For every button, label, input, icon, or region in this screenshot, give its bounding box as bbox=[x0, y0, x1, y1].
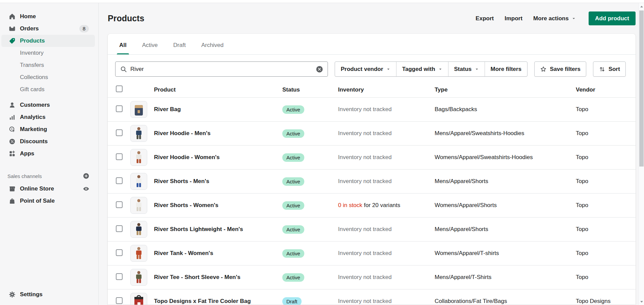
row-checkbox[interactable] bbox=[116, 201, 123, 208]
status-badge: Active bbox=[282, 105, 304, 114]
filter-status-button[interactable]: Status bbox=[448, 62, 485, 76]
row-checkbox[interactable] bbox=[116, 297, 123, 304]
row-checkbox[interactable] bbox=[116, 105, 123, 112]
vertical-scrollbar[interactable] bbox=[639, 3, 644, 305]
sidebar-item-analytics[interactable]: Analytics bbox=[1, 111, 95, 123]
product-name-link[interactable]: River Bag bbox=[154, 106, 181, 112]
product-name-link[interactable]: River Hoodie - Women's bbox=[154, 154, 220, 160]
sidebar-item-inventory[interactable]: Inventory bbox=[1, 47, 95, 59]
sort-button[interactable]: Sort bbox=[593, 61, 626, 77]
table-row[interactable]: River Tank - Women's Active Inventory no… bbox=[108, 242, 636, 265]
product-type: Mens/Apparel/T-Shirts bbox=[435, 274, 576, 281]
sidebar-item-customers[interactable]: Customers bbox=[1, 99, 95, 111]
table-header-row: Product Status Inventory Type Vendor bbox=[108, 82, 636, 98]
product-name-link[interactable]: River Shorts Lightweight - Men's bbox=[154, 226, 243, 232]
inventory-text: Inventory not tracked bbox=[338, 130, 392, 136]
inventory-text: Inventory not tracked bbox=[338, 178, 392, 184]
sidebar-item-transfers[interactable]: Transfers bbox=[1, 59, 95, 71]
scrollbar-thumb[interactable] bbox=[639, 10, 644, 167]
add-sales-channel-button[interactable] bbox=[83, 173, 89, 179]
clear-search-button[interactable] bbox=[315, 65, 324, 73]
table-row[interactable]: River Tee - Short Sleeve - Men's Active … bbox=[108, 265, 636, 289]
sidebar-item-marketing[interactable]: Marketing bbox=[1, 123, 95, 135]
search-box bbox=[115, 61, 328, 77]
tab-draft[interactable]: Draft bbox=[168, 36, 191, 54]
import-button[interactable]: Import bbox=[505, 15, 522, 22]
save-filters-button[interactable]: Save filters bbox=[534, 61, 586, 77]
tab-label: All bbox=[119, 42, 127, 49]
row-checkbox[interactable] bbox=[116, 249, 123, 256]
tab-active[interactable]: Active bbox=[137, 36, 163, 54]
tab-label: Archived bbox=[201, 42, 224, 49]
column-header-product: Product bbox=[154, 86, 282, 93]
sidebar-item-home[interactable]: Home bbox=[1, 10, 95, 23]
product-thumbnail bbox=[130, 173, 147, 190]
filter-label: Tagged with bbox=[402, 66, 435, 73]
discounts-icon bbox=[9, 138, 16, 145]
tab-archived[interactable]: Archived bbox=[196, 36, 229, 54]
tab-all[interactable]: All bbox=[114, 36, 132, 54]
sidebar-item-label: Analytics bbox=[20, 114, 46, 121]
table-row[interactable]: River Shorts Lightweight - Men's Active … bbox=[108, 218, 636, 242]
product-name-link[interactable]: River Tee - Short Sleeve - Men's bbox=[154, 274, 240, 280]
export-button[interactable]: Export bbox=[475, 15, 494, 22]
scroll-up-arrow[interactable] bbox=[639, 4, 644, 9]
channel-item-label: Point of Sale bbox=[20, 198, 55, 204]
product-vendor: Topo bbox=[576, 130, 627, 137]
product-name-link[interactable]: River Hoodie - Men's bbox=[154, 130, 210, 136]
sidebar-item-online-store[interactable]: Online Store bbox=[1, 183, 95, 195]
sidebar-item-gift-cards[interactable]: Gift cards bbox=[1, 83, 95, 96]
row-checkbox[interactable] bbox=[116, 153, 123, 160]
table-row[interactable]: River Hoodie - Women's Active Inventory … bbox=[108, 146, 636, 170]
sidebar-item-point-of-sale[interactable]: Point of Sale bbox=[1, 195, 95, 207]
add-product-button[interactable]: Add product bbox=[589, 11, 636, 25]
row-checkbox[interactable] bbox=[116, 129, 123, 136]
row-checkbox[interactable] bbox=[116, 177, 123, 184]
sidebar-item-discounts[interactable]: Discounts bbox=[1, 135, 95, 148]
plus-circle-icon bbox=[83, 173, 89, 179]
inventory-text: Inventory not tracked bbox=[338, 298, 392, 304]
table-row[interactable]: River Shorts - Women's Active 0 in stock… bbox=[108, 194, 636, 218]
product-name-link[interactable]: Topo Designs x Fat Tire Cooler Bag bbox=[154, 298, 251, 304]
filter-tagged-with-button[interactable]: Tagged with bbox=[396, 62, 448, 76]
sidebar-item-products[interactable]: Products bbox=[1, 35, 95, 47]
bag-icon bbox=[9, 198, 16, 204]
export-label: Export bbox=[475, 15, 494, 22]
row-checkbox[interactable] bbox=[116, 273, 123, 280]
filter-product-vendor-button[interactable]: Product vendor bbox=[335, 62, 396, 76]
column-header-status: Status bbox=[282, 86, 338, 93]
product-name-link[interactable]: River Tank - Women's bbox=[154, 250, 213, 256]
sidebar-item-label: Home bbox=[20, 13, 36, 20]
table-body: River Bag Active Inventory not tracked B… bbox=[108, 98, 636, 305]
inventory-text: 0 in stock for 20 variants bbox=[338, 202, 400, 208]
table-row[interactable]: River Shorts - Men's Active Inventory no… bbox=[108, 170, 636, 194]
table-row[interactable]: River Bag Active Inventory not tracked B… bbox=[108, 98, 636, 122]
product-name-link[interactable]: River Shorts - Men's bbox=[154, 178, 209, 184]
tab-label: Draft bbox=[173, 42, 186, 49]
product-name-link[interactable]: River Shorts - Women's bbox=[154, 202, 218, 208]
filter-more-filters-button[interactable]: More filters bbox=[485, 62, 527, 76]
eye-icon[interactable] bbox=[83, 185, 89, 192]
page-header: Products Export Import More actions Add … bbox=[108, 3, 636, 34]
row-checkbox[interactable] bbox=[116, 225, 123, 232]
sidebar-item-settings[interactable]: Settings bbox=[1, 288, 95, 301]
table-row[interactable]: Topo Designs x Fat Tire Cooler Bag Draft… bbox=[108, 289, 636, 305]
sidebar-item-apps[interactable]: Apps bbox=[1, 148, 95, 160]
select-all-checkbox[interactable] bbox=[116, 85, 123, 92]
sidebar-item-collections[interactable]: Collections bbox=[1, 71, 95, 83]
product-thumbnail bbox=[130, 221, 147, 238]
more-actions-button[interactable]: More actions bbox=[533, 15, 576, 22]
status-badge: Active bbox=[282, 129, 304, 138]
status-badge: Draft bbox=[282, 297, 302, 305]
filter-label: Status bbox=[454, 66, 472, 73]
scroll-down-arrow[interactable] bbox=[639, 299, 644, 304]
product-thumbnail bbox=[130, 101, 147, 118]
table-row[interactable]: River Hoodie - Men's Active Inventory no… bbox=[108, 122, 636, 146]
search-input[interactable] bbox=[130, 66, 312, 73]
sidebar-item-orders[interactable]: Orders 8 bbox=[1, 23, 95, 35]
sidebar-item-label: Inventory bbox=[20, 50, 44, 56]
channel-item-label: Online Store bbox=[20, 185, 54, 192]
product-type: Collaborations/Fat Tire/Bags bbox=[435, 298, 576, 305]
chevron-down-icon bbox=[572, 17, 576, 21]
settings-label: Settings bbox=[20, 291, 43, 298]
